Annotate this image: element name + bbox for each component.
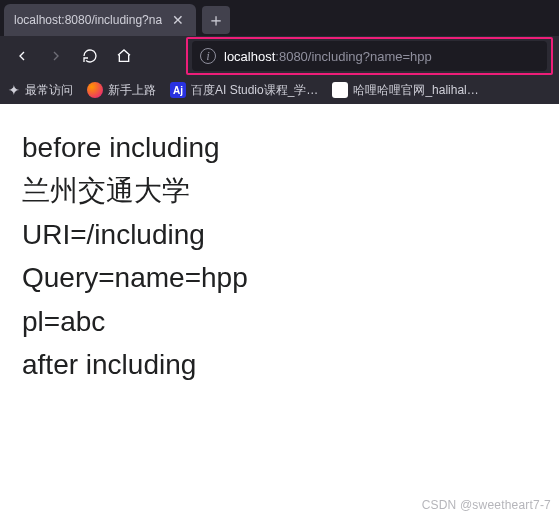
bookmarks-bar: ✦ 最常访问 新手上路 Aj 百度AI Studio课程_学… 哈哩哈哩官网_h… [0,76,559,104]
url-host: localhost [224,49,275,64]
content-line: pl=abc [22,300,537,343]
content-line: before including [22,126,537,169]
browser-tab[interactable]: localhost:8080/including?na ✕ [4,4,196,36]
url-text: localhost:8080/including?name=hpp [224,49,432,64]
url-rest: :8080/including?name=hpp [275,49,432,64]
bookmark-label: 哈哩哈哩官网_halihal… [353,82,478,99]
tab-strip: localhost:8080/including?na ✕ ＋ [0,0,559,36]
close-icon[interactable]: ✕ [170,12,186,28]
info-icon[interactable]: i [200,48,216,64]
home-button[interactable] [108,40,140,72]
hali-icon [332,82,348,98]
bookmark-most-visited[interactable]: ✦ 最常访问 [8,82,73,99]
back-button[interactable] [6,40,38,72]
bookmark-baidu[interactable]: Aj 百度AI Studio课程_学… [170,82,318,99]
bookmark-hali[interactable]: 哈哩哈哩官网_halihal… [332,82,478,99]
address-bar-wrap: i localhost:8080/including?name=hpp [192,41,547,71]
content-line: 兰州交通大学 [22,169,537,212]
watermark: CSDN @sweetheart7-7 [422,498,551,512]
page-content: before including 兰州交通大学 URI=/including Q… [0,104,559,408]
bookmark-firefox[interactable]: 新手上路 [87,82,156,99]
content-line: URI=/including [22,213,537,256]
browser-chrome: localhost:8080/including?na ✕ ＋ i localh… [0,0,559,104]
address-bar[interactable]: i localhost:8080/including?name=hpp [192,41,547,71]
forward-button[interactable] [40,40,72,72]
content-line: after including [22,343,537,386]
tab-title: localhost:8080/including?na [14,13,162,27]
baidu-icon: Aj [170,82,186,98]
bookmark-label: 最常访问 [25,82,73,99]
new-tab-button[interactable]: ＋ [202,6,230,34]
content-line: Query=name=hpp [22,256,537,299]
firefox-icon [87,82,103,98]
bookmark-label: 新手上路 [108,82,156,99]
reload-button[interactable] [74,40,106,72]
bookmark-label: 百度AI Studio课程_学… [191,82,318,99]
star-icon: ✦ [8,82,20,98]
toolbar: i localhost:8080/including?name=hpp [0,36,559,76]
